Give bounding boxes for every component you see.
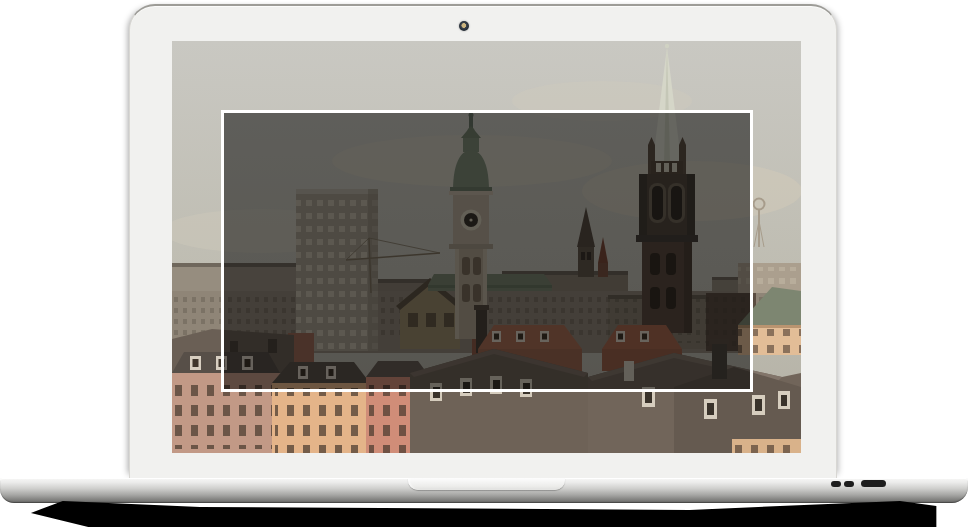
webcam-icon [459, 21, 469, 31]
laptop-lid [129, 4, 837, 478]
laptop-base [0, 478, 968, 503]
laptop-mockup [0, 0, 968, 527]
side-port-dot [844, 481, 854, 487]
hinge-notch [408, 478, 565, 490]
side-port-dot [831, 481, 841, 487]
laptop-screen [172, 41, 801, 453]
side-port-slot [861, 480, 886, 487]
photo-frame-overlay [221, 110, 753, 392]
